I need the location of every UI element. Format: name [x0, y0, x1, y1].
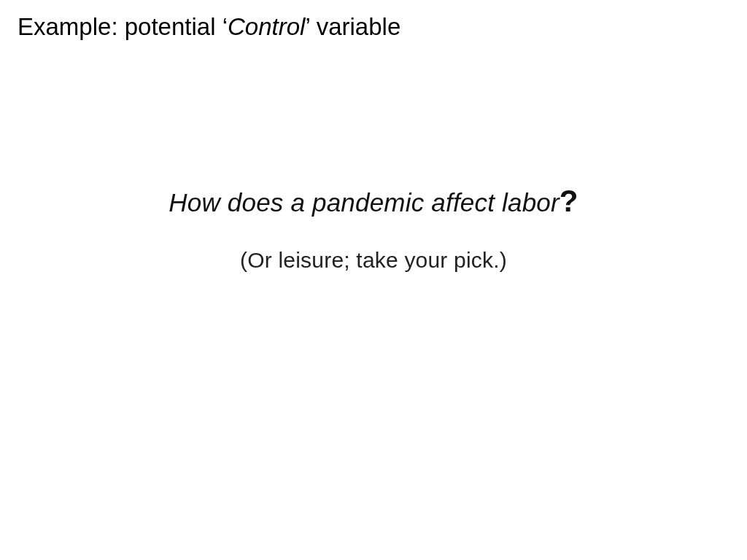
- slide-title: Example: potential ‘Control’ variable: [18, 13, 400, 41]
- title-suffix: ’ variable: [305, 13, 400, 40]
- subtext-line: (Or leisure; take your pick.): [0, 248, 747, 273]
- title-prefix: Example: potential ‘: [18, 13, 228, 40]
- main-content: How does a pandemic affect labor? (Or le…: [0, 184, 747, 273]
- question-text: How does a pandemic affect labor: [169, 188, 560, 217]
- question-mark: ?: [560, 184, 578, 218]
- title-italic-word: Control: [228, 13, 305, 40]
- question-line: How does a pandemic affect labor?: [0, 184, 747, 219]
